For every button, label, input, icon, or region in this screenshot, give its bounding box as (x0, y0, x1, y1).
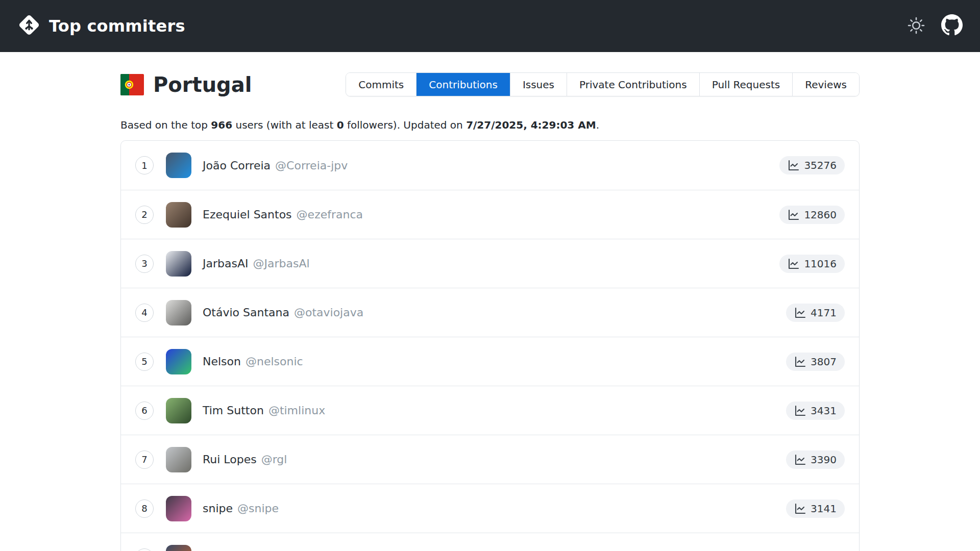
user-identity: Ezequiel Santos @ezefranca (203, 208, 363, 221)
rank-badge: 1 (135, 156, 154, 174)
user-handle-link[interactable]: @ezefranca (297, 208, 363, 221)
leaderboard-list: 1 João Correia @Correia-jpv 35276 2 Ezeq… (120, 140, 860, 551)
rank-badge: 5 (135, 353, 154, 371)
contribution-count: 3807 (811, 356, 837, 368)
contribution-count: 4171 (811, 307, 837, 319)
avatar (166, 300, 191, 325)
github-link[interactable] (941, 14, 963, 38)
contribution-count: 11016 (804, 258, 837, 270)
user-handle-link[interactable]: @snipe (237, 502, 279, 515)
list-item: 8 snipe @snipe 3141 (121, 484, 859, 533)
tab-contributions[interactable]: Contributions (416, 73, 510, 96)
theme-toggle-button[interactable] (906, 16, 926, 37)
description: Based on the top 966 users (with at leas… (120, 119, 860, 131)
rank-badge: 8 (135, 499, 154, 518)
tab-reviews[interactable]: Reviews (793, 73, 859, 96)
user-identity: Rui Lopes @rgl (203, 453, 287, 466)
country-row: Portugal CommitsContributionsIssuesPriva… (120, 72, 860, 96)
list-item: 4 Otávio Santana @otaviojava 4171 (121, 288, 859, 337)
line-chart-icon (788, 159, 800, 171)
contribution-count: 3390 (811, 454, 837, 466)
user-name: Nelson (203, 355, 241, 368)
main-content: Portugal CommitsContributionsIssuesPriva… (120, 52, 860, 551)
contribution-count-badge: 3390 (786, 450, 845, 469)
list-item: 2 Ezequiel Santos @ezefranca 12860 (121, 190, 859, 239)
portugal-flag-icon (120, 74, 144, 95)
github-icon (941, 14, 963, 38)
avatar (166, 251, 191, 277)
user-identity: snipe @snipe (203, 502, 279, 515)
tab-private-contributions[interactable]: Private Contributions (567, 73, 700, 96)
tab-pull-requests[interactable]: Pull Requests (700, 73, 793, 96)
line-chart-icon (794, 503, 806, 515)
tab-commits[interactable]: Commits (346, 73, 416, 96)
list-item: 5 Nelson @nelsonic 3807 (121, 337, 859, 386)
contribution-count-badge: 4171 (786, 304, 845, 322)
user-handle-link[interactable]: @otaviojava (294, 306, 363, 319)
rank-badge: 4 (135, 304, 154, 322)
user-handle-link[interactable]: @nelsonic (246, 355, 303, 368)
contribution-count-badge: 3431 (786, 402, 845, 420)
line-chart-icon (794, 356, 806, 368)
contribution-count: 12860 (804, 209, 837, 221)
user-identity: Tim Sutton @timlinux (203, 404, 325, 417)
avatar (166, 202, 191, 228)
avatar (166, 349, 191, 374)
user-name: Tim Sutton (203, 404, 264, 417)
avatar (166, 545, 191, 551)
tab-group: CommitsContributionsIssuesPrivate Contri… (346, 72, 860, 96)
user-name: JarbasAI (203, 257, 248, 270)
list-item: 1 João Correia @Correia-jpv 35276 (121, 141, 859, 190)
country-heading: Portugal (120, 61, 252, 109)
rank-badge: 3 (135, 255, 154, 273)
user-name: snipe (203, 502, 233, 515)
page-title: Portugal (153, 74, 252, 95)
list-item: 9 (121, 533, 859, 551)
avatar (166, 496, 191, 521)
line-chart-icon (788, 258, 800, 270)
user-name: Rui Lopes (203, 453, 257, 466)
user-handle-link[interactable]: @timlinux (268, 404, 325, 417)
user-identity: JarbasAI @JarbasAl (203, 257, 310, 270)
line-chart-icon (794, 307, 806, 319)
followers-count: 0 (337, 119, 344, 131)
header-actions (906, 14, 963, 38)
user-name: Ezequiel Santos (203, 208, 292, 221)
contribution-count-badge: 35276 (779, 156, 845, 174)
contribution-count-badge: 12860 (779, 206, 845, 224)
contribution-count-badge: 3141 (786, 499, 845, 518)
user-handle-link[interactable]: @Correia-jpv (275, 159, 348, 172)
avatar (166, 398, 191, 423)
contribution-count: 3141 (811, 503, 837, 515)
contribution-count-badge: 11016 (779, 255, 845, 273)
brand-home-link[interactable]: Top commiters (17, 13, 185, 39)
tab-issues[interactable]: Issues (510, 73, 567, 96)
user-identity: João Correia @Correia-jpv (203, 159, 348, 172)
user-handle-link[interactable]: @JarbasAl (253, 257, 309, 270)
list-item: 6 Tim Sutton @timlinux 3431 (121, 386, 859, 435)
git-fork-arrow-icon (17, 13, 41, 39)
user-name: Otávio Santana (203, 306, 289, 319)
user-handle-link[interactable]: @rgl (261, 453, 287, 466)
updated-timestamp: 7/27/2025, 4:29:03 AM (466, 119, 596, 131)
line-chart-icon (794, 405, 806, 417)
line-chart-icon (794, 454, 806, 466)
avatar (166, 153, 191, 178)
user-identity: Otávio Santana @otaviojava (203, 306, 363, 319)
user-count: 966 (211, 119, 232, 131)
contribution-count: 35276 (804, 159, 837, 171)
contribution-count: 3431 (811, 405, 837, 417)
list-item: 7 Rui Lopes @rgl 3390 (121, 435, 859, 484)
app-title: Top commiters (49, 16, 185, 36)
sun-icon (906, 16, 926, 37)
user-name: João Correia (203, 159, 271, 172)
contribution-count-badge: 3807 (786, 353, 845, 371)
rank-badge: 6 (135, 402, 154, 420)
rank-badge: 9 (135, 548, 154, 551)
rank-badge: 7 (135, 450, 154, 469)
avatar (166, 447, 191, 472)
user-identity: Nelson @nelsonic (203, 355, 303, 368)
rank-badge: 2 (135, 206, 154, 224)
app-header: Top commiters (0, 0, 980, 52)
list-item: 3 JarbasAI @JarbasAl 11016 (121, 239, 859, 288)
